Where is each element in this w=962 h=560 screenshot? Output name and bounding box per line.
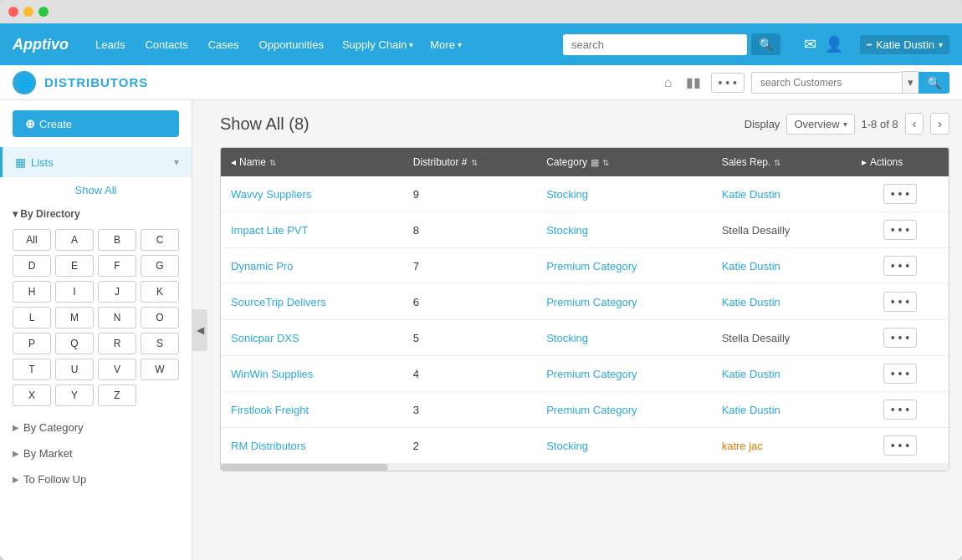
row-category-7[interactable]: Stocking bbox=[536, 428, 711, 464]
by-category-toggle[interactable]: ▶ By Category bbox=[0, 415, 192, 440]
alpha-n[interactable]: N bbox=[98, 307, 136, 328]
row-sales-rep-4[interactable]: Stella Desailly bbox=[712, 320, 852, 356]
row-category-2[interactable]: Premium Category bbox=[536, 248, 711, 284]
alpha-t[interactable]: T bbox=[13, 359, 51, 380]
scrollbar-thumb[interactable] bbox=[221, 464, 388, 471]
alpha-f[interactable]: F bbox=[98, 255, 136, 277]
nav-supply-chain[interactable]: Supply Chain ▾ bbox=[342, 38, 413, 51]
row-actions-button-3[interactable]: • • • bbox=[883, 292, 917, 312]
alpha-w[interactable]: W bbox=[141, 359, 179, 380]
alpha-z[interactable]: Z bbox=[98, 384, 136, 406]
row-name-4[interactable]: Sonicpar DXS bbox=[221, 320, 403, 356]
minimize-button[interactable] bbox=[23, 7, 33, 17]
horizontal-scrollbar[interactable] bbox=[221, 464, 949, 471]
directory-header: ▾ By Directory bbox=[0, 203, 192, 225]
global-search-input[interactable] bbox=[563, 34, 747, 55]
to-follow-up-toggle[interactable]: ▶ To Follow Up bbox=[0, 466, 192, 492]
create-button[interactable]: ⊕ Create bbox=[13, 110, 179, 137]
col-distributor-num[interactable]: Distributor # ⇅ bbox=[403, 148, 536, 176]
row-actions-button-5[interactable]: • • • bbox=[883, 364, 917, 384]
alpha-v[interactable]: V bbox=[98, 359, 136, 380]
close-button[interactable] bbox=[8, 7, 18, 17]
row-actions-button-4[interactable]: • • • bbox=[883, 328, 917, 348]
next-page-button[interactable]: › bbox=[930, 113, 949, 135]
row-sales-rep-7[interactable]: katre jac bbox=[712, 428, 852, 464]
row-category-0[interactable]: Stocking bbox=[536, 176, 711, 212]
alpha-l[interactable]: L bbox=[13, 307, 51, 328]
row-sales-rep-5[interactable]: Katie Dustin bbox=[712, 356, 852, 392]
alpha-e[interactable]: E bbox=[55, 255, 94, 277]
row-name-0[interactable]: Wavvy Suppliers bbox=[221, 176, 403, 212]
row-name-2[interactable]: Dynamic Pro bbox=[221, 248, 403, 284]
col-sales-rep-label: Sales Rep. bbox=[722, 156, 771, 168]
alpha-b[interactable]: B bbox=[98, 229, 136, 251]
row-sales-rep-1[interactable]: Stella Desailly bbox=[712, 212, 852, 248]
prev-page-button[interactable]: ‹ bbox=[905, 113, 924, 135]
by-market-toggle[interactable]: ▶ By Market bbox=[0, 440, 192, 466]
alpha-c[interactable]: C bbox=[141, 229, 179, 251]
row-category-3[interactable]: Premium Category bbox=[536, 284, 711, 320]
alpha-m[interactable]: M bbox=[55, 307, 94, 328]
alpha-g[interactable]: G bbox=[141, 255, 179, 277]
app-logo: Apptivo bbox=[13, 36, 69, 53]
row-actions-button-7[interactable]: • • • bbox=[883, 435, 917, 456]
sidebar-collapse-button[interactable]: ◀ bbox=[192, 309, 207, 351]
nav-cases[interactable]: Cases bbox=[207, 35, 241, 54]
row-category-1[interactable]: Stocking bbox=[536, 212, 711, 248]
alpha-j[interactable]: J bbox=[98, 281, 136, 303]
alpha-q[interactable]: Q bbox=[55, 333, 94, 354]
alpha-d[interactable]: D bbox=[13, 255, 51, 277]
customer-search-dropdown-button[interactable]: ▾ bbox=[902, 71, 919, 94]
nav-more[interactable]: More ▾ bbox=[430, 38, 462, 51]
alpha-all[interactable]: All bbox=[13, 229, 51, 251]
alpha-p[interactable]: P bbox=[13, 333, 51, 354]
display-select[interactable]: Overview ▾ bbox=[786, 114, 854, 135]
row-actions-button-6[interactable]: • • • bbox=[883, 400, 917, 420]
show-all-link[interactable]: Show All bbox=[0, 177, 192, 203]
customer-search-go-button[interactable]: 🔍 bbox=[919, 72, 949, 94]
col-category[interactable]: Category ▦ ⇅ bbox=[536, 148, 711, 176]
row-name-1[interactable]: Impact Lite PVT bbox=[221, 212, 403, 248]
row-sales-rep-3[interactable]: Katie Dustin bbox=[712, 284, 852, 320]
row-actions-button-1[interactable]: • • • bbox=[883, 220, 917, 240]
alpha-k[interactable]: K bbox=[141, 281, 179, 303]
col-name[interactable]: ◂ Name ⇅ bbox=[221, 148, 403, 176]
nav-contacts[interactable]: Contacts bbox=[143, 35, 189, 54]
sidebar-item-lists[interactable]: ▦ Lists ▾ bbox=[0, 147, 192, 177]
row-name-5[interactable]: WinWin Supplies bbox=[221, 356, 403, 392]
alpha-r[interactable]: R bbox=[98, 333, 136, 354]
row-category-5[interactable]: Premium Category bbox=[536, 356, 711, 392]
row-sales-rep-6[interactable]: Katie Dustin bbox=[712, 392, 852, 428]
profile-icon[interactable]: 👤 bbox=[825, 35, 843, 53]
user-menu[interactable]: ━ Katie Dustin ▾ bbox=[860, 35, 949, 54]
row-actions-button-2[interactable]: • • • bbox=[883, 256, 917, 276]
more-options-button[interactable]: • • • bbox=[711, 73, 745, 93]
alpha-x[interactable]: X bbox=[13, 384, 51, 406]
row-category-6[interactable]: Premium Category bbox=[536, 392, 711, 428]
messages-icon[interactable]: ✉ bbox=[804, 35, 816, 53]
nav-leads[interactable]: Leads bbox=[94, 35, 126, 54]
alpha-s[interactable]: S bbox=[141, 333, 179, 354]
row-actions-button-0[interactable]: • • • bbox=[883, 184, 917, 204]
row-sales-rep-2[interactable]: Katie Dustin bbox=[712, 248, 852, 284]
global-search-button[interactable]: 🔍 bbox=[751, 33, 780, 55]
alpha-a[interactable]: A bbox=[55, 229, 94, 251]
row-name-7[interactable]: RM Distributors bbox=[221, 428, 403, 464]
customer-search-input[interactable] bbox=[751, 72, 902, 94]
maximize-button[interactable] bbox=[38, 7, 49, 17]
alpha-o[interactable]: O bbox=[141, 307, 179, 328]
row-name-3[interactable]: SourceTrip Delivers bbox=[221, 284, 403, 320]
row-category-4[interactable]: Stocking bbox=[536, 320, 711, 356]
chart-icon[interactable]: ▮▮ bbox=[683, 71, 704, 94]
alpha-h[interactable]: H bbox=[13, 281, 51, 303]
row-actions-6: • • • bbox=[852, 392, 949, 428]
row-name-6[interactable]: Firstlook Freight bbox=[221, 392, 403, 428]
alpha-y[interactable]: Y bbox=[55, 384, 94, 406]
row-sales-rep-0[interactable]: Katie Dustin bbox=[712, 176, 852, 212]
alpha-u[interactable]: U bbox=[55, 359, 94, 380]
nav-opportunities[interactable]: Opportunities bbox=[258, 35, 325, 54]
home-icon[interactable]: ⌂ bbox=[661, 72, 676, 94]
alpha-i[interactable]: I bbox=[55, 281, 94, 303]
col-sales-rep[interactable]: Sales Rep. ⇅ bbox=[712, 148, 852, 176]
by-market-label: By Market bbox=[23, 447, 73, 460]
